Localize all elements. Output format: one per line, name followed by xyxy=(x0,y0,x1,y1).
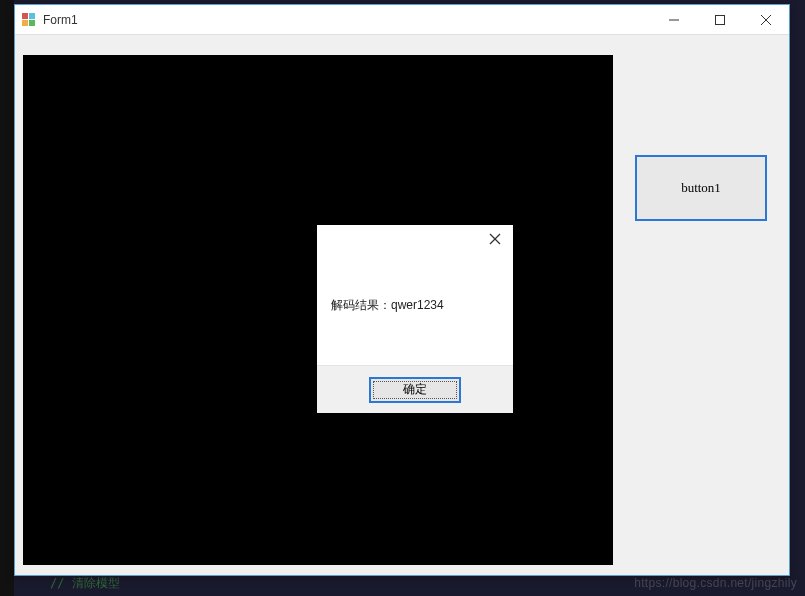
dialog-body: 解码结果：qwer1234 xyxy=(317,253,513,365)
window-title: Form1 xyxy=(43,13,78,27)
client-area: button1 解码结果：qwer1234 确定 xyxy=(15,35,789,575)
maximize-button[interactable] xyxy=(697,5,743,35)
titlebar[interactable]: Form1 xyxy=(15,5,789,35)
svg-rect-1 xyxy=(716,15,725,24)
main-window: Form1 button1 解码结果：qwer1234 xyxy=(14,4,790,576)
message-dialog: 解码结果：qwer1234 确定 xyxy=(317,225,513,413)
button1-label: button1 xyxy=(681,180,721,196)
dialog-message-label: 解码结果： xyxy=(331,297,391,314)
button1[interactable]: button1 xyxy=(635,155,767,221)
close-button[interactable] xyxy=(743,5,789,35)
watermark-text: https://blog.csdn.net/jingzhily xyxy=(634,576,797,590)
code-comment: // 清除模型 xyxy=(50,575,120,592)
app-icon xyxy=(21,12,37,28)
dialog-close-button[interactable] xyxy=(483,227,507,251)
dialog-titlebar[interactable] xyxy=(317,225,513,253)
ok-button[interactable]: 确定 xyxy=(369,377,461,403)
minimize-button[interactable] xyxy=(651,5,697,35)
dialog-message-value: qwer1234 xyxy=(391,298,444,312)
ok-button-label: 确定 xyxy=(403,381,427,398)
dialog-footer: 确定 xyxy=(317,365,513,413)
editor-gutter xyxy=(0,0,14,596)
